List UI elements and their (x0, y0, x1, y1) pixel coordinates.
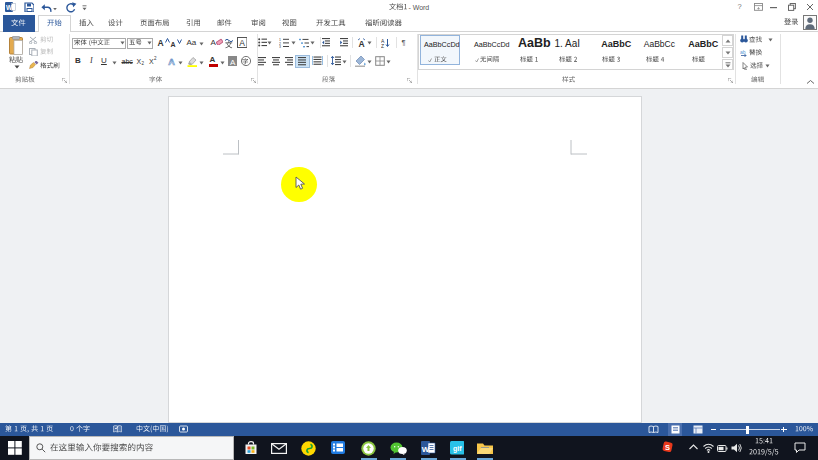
svg-text:3: 3 (279, 45, 281, 48)
svg-text:W: W (6, 4, 13, 11)
svg-text:W: W (422, 444, 430, 453)
svg-text:A: A (358, 39, 364, 48)
svg-text:S: S (665, 442, 670, 451)
svg-text:A: A (239, 38, 245, 48)
svg-text:Z: Z (381, 43, 384, 48)
svg-text:A: A (230, 58, 236, 67)
svg-text:gif: gif (453, 445, 462, 453)
svg-text:A: A (168, 57, 175, 66)
